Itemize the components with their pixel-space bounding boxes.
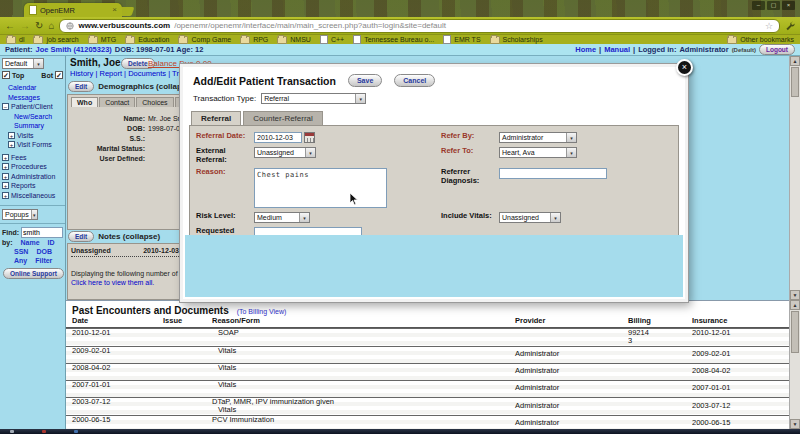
refer-to-select[interactable]: Heart, Ava▾ xyxy=(499,147,577,158)
sidebar-item-calendar[interactable]: Calendar xyxy=(0,83,65,93)
view-all-notes-link[interactable]: Click here to view them all. xyxy=(71,279,154,286)
expand-icon[interactable]: + xyxy=(2,163,9,170)
patient-name-link[interactable]: Joe Smith (41205323) xyxy=(36,45,112,54)
bot-checkbox[interactable]: ✓ xyxy=(55,71,63,79)
other-bookmarks-button[interactable]: Other bookmarks xyxy=(727,36,794,44)
sidebar-item-procedures[interactable]: +Procedures xyxy=(0,162,65,172)
new-tab-button[interactable] xyxy=(117,7,135,16)
expand-icon[interactable]: + xyxy=(8,141,15,148)
find-by-name-link[interactable]: Name xyxy=(21,239,40,246)
risk-level-select[interactable]: Medium▾ xyxy=(254,212,310,223)
encounters-scrollbar[interactable]: ▲ ▼ xyxy=(789,300,800,429)
scroll-down-icon[interactable]: ▼ xyxy=(790,419,800,429)
sidebar-item-messages[interactable]: Messages xyxy=(0,93,65,103)
table-row[interactable]: 2007-01-01 Vitals Administrator 2007-01-… xyxy=(66,380,789,397)
expand-icon[interactable]: + xyxy=(2,154,9,161)
find-by-dob-link[interactable]: DOB xyxy=(36,248,52,255)
home-link[interactable]: Home xyxy=(575,45,596,54)
transaction-type-select[interactable]: Referral▾ xyxy=(261,93,366,104)
refresh-icon[interactable]: ↻ xyxy=(35,20,43,32)
home-icon[interactable]: ⌂ xyxy=(48,20,54,32)
find-by-any-link[interactable]: Any xyxy=(14,257,27,264)
save-button[interactable]: Save xyxy=(348,74,382,87)
billing-view-link[interactable]: (To Billing View) xyxy=(237,308,287,315)
tab-counter-referral[interactable]: Counter-Referral xyxy=(243,111,323,125)
scroll-up-icon[interactable]: ▲ xyxy=(790,300,800,310)
back-icon[interactable]: ← xyxy=(5,20,15,32)
tab-choices[interactable]: Choices xyxy=(136,97,173,107)
forward-icon[interactable]: → xyxy=(20,20,30,32)
sidebar-item-visit-forms[interactable]: +Visit Forms xyxy=(0,140,65,150)
sidebar-item-new-search[interactable]: New/Search xyxy=(0,112,65,122)
window-close-button[interactable]: × xyxy=(782,1,795,10)
online-support-button[interactable]: Online Support xyxy=(3,268,64,279)
external-referral-select[interactable]: Unassigned▾ xyxy=(254,147,316,158)
tab-contact[interactable]: Contact xyxy=(99,97,135,107)
referrer-diagnosis-input[interactable] xyxy=(499,168,607,179)
expand-icon[interactable]: + xyxy=(2,192,9,199)
logout-button[interactable]: Logout xyxy=(759,44,795,55)
find-by-id-link[interactable]: ID xyxy=(48,239,55,246)
scroll-down-icon[interactable]: ▼ xyxy=(790,290,800,300)
history-link[interactable]: History xyxy=(70,69,93,78)
find-by-filter-link[interactable]: Filter xyxy=(35,257,52,264)
tab-referral[interactable]: Referral xyxy=(191,111,241,125)
refer-by-select[interactable]: Administrator▾ xyxy=(499,132,577,143)
scrollbar-thumb[interactable] xyxy=(791,67,799,97)
bookmark[interactable]: job search xyxy=(33,36,78,44)
include-vitals-select[interactable]: Unassigned▾ xyxy=(499,212,561,223)
window-minimize-button[interactable]: – xyxy=(752,1,765,10)
top-checkbox[interactable]: ✓ xyxy=(2,71,10,79)
sidebar-item-summary[interactable]: Summary xyxy=(0,121,65,131)
scrollbar-thumb[interactable] xyxy=(791,311,799,353)
browser-tab[interactable]: OpenEMR × xyxy=(24,3,122,17)
find-input[interactable] xyxy=(21,227,63,238)
table-row[interactable]: 2000-06-15 PCV Immunization Administrato… xyxy=(66,415,789,431)
sidebar-item-patient-client[interactable]: −Patient/Client xyxy=(0,102,65,112)
report-link[interactable]: Report xyxy=(99,69,122,78)
bookmark[interactable]: dl xyxy=(6,36,24,44)
window-maximize-button[interactable]: ▢ xyxy=(767,1,780,10)
bookmark[interactable]: Scholarships xyxy=(490,36,543,44)
taskbar-icon[interactable] xyxy=(74,430,78,433)
edit-demographics-button[interactable]: Edit xyxy=(68,81,94,92)
table-row[interactable]: 2003-07-12 DTaP, MMR, IPV immunization g… xyxy=(66,397,789,415)
main-scrollbar[interactable]: ▲ ▼ xyxy=(789,56,800,300)
bookmark[interactable]: EMR TS xyxy=(443,35,480,44)
find-by-ssn-link[interactable]: SSN xyxy=(14,248,28,255)
expand-icon[interactable]: + xyxy=(8,132,15,139)
wrench-icon[interactable] xyxy=(785,21,795,31)
bookmark-star-icon[interactable]: ☆ xyxy=(765,21,773,31)
expand-icon[interactable]: + xyxy=(2,173,9,180)
sidebar-item-reports[interactable]: +Reports xyxy=(0,181,65,191)
manual-link[interactable]: Manual xyxy=(604,45,630,54)
taskbar-icon[interactable] xyxy=(10,430,14,433)
nav-layout-select[interactable]: Default▾ xyxy=(2,58,44,69)
scroll-up-icon[interactable]: ▲ xyxy=(790,56,800,66)
popups-select[interactable]: Popups▾ xyxy=(2,209,38,220)
sidebar-item-visits[interactable]: +Visits xyxy=(0,131,65,141)
dialog-close-icon[interactable]: × xyxy=(676,59,693,76)
bookmark[interactable]: Comp Game xyxy=(178,36,231,44)
sidebar-item-miscellaneous[interactable]: +Miscellaneous xyxy=(0,191,65,201)
collapse-icon[interactable]: − xyxy=(2,103,9,110)
bookmark[interactable]: C++ xyxy=(320,35,344,44)
sidebar-item-administration[interactable]: +Administration xyxy=(0,172,65,182)
tab-who[interactable]: Who xyxy=(71,97,98,107)
edit-notes-button[interactable]: Edit xyxy=(68,231,94,242)
table-row[interactable]: 2009-02-01 Vitals Administrator 2009-02-… xyxy=(66,346,789,363)
expand-icon[interactable]: + xyxy=(2,182,9,189)
bookmark[interactable]: Tennessee Bureau o... xyxy=(353,35,434,44)
taskbar-icon[interactable] xyxy=(42,430,46,433)
sidebar-item-fees[interactable]: +Fees xyxy=(0,153,65,163)
referral-date-input[interactable]: 2010-12-03 xyxy=(254,132,302,143)
documents-link[interactable]: Documents xyxy=(128,69,166,78)
url-bar[interactable]: www.verbuscounts.com/openemr/openemr/int… xyxy=(59,19,780,33)
bookmark[interactable]: Education xyxy=(125,36,169,44)
bookmark[interactable]: NMSU xyxy=(277,36,311,44)
reason-textarea[interactable]: Chest pains xyxy=(254,168,387,208)
table-row[interactable]: 2008-04-02 Vitals Administrator 2008-04-… xyxy=(66,363,789,380)
table-row[interactable]: 2010-12-01 SOAP 992143 2010-12-01 xyxy=(66,328,789,346)
bookmark[interactable]: RPG xyxy=(240,36,268,44)
bookmark[interactable]: MTG xyxy=(88,36,117,44)
